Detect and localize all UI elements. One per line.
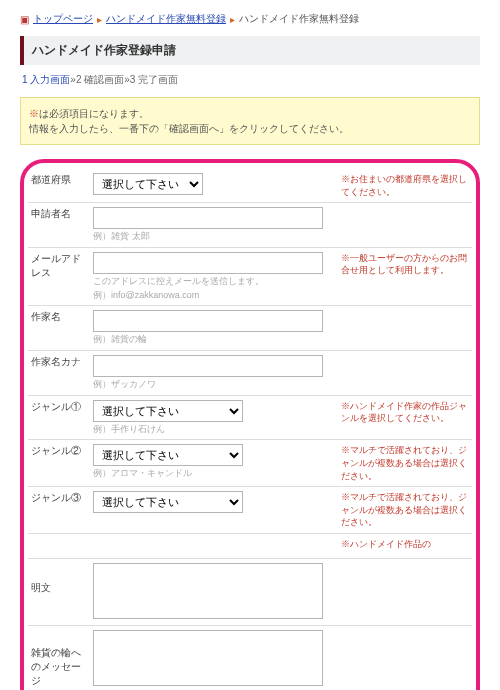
breadcrumb-home-link[interactable]: トップページ [33,12,93,26]
side-works: ※ハンドメイド作品の [338,533,472,558]
label-genre2: ジャンル② [28,440,90,487]
hint-mail2: 例）info@zakkanowa.com [93,290,335,302]
hint-kana: 例）ザッカノワ [93,379,335,391]
label-pref: 都道府県 [28,169,90,203]
name-input[interactable] [93,207,323,229]
hint-artist: 例）雑貨の輪 [93,334,335,346]
breadcrumb: ▣ トップページ ▸ ハンドメイド作家無料登録 ▸ ハンドメイド作家無料登録 [20,12,480,26]
label-artist: 作家名 [28,306,90,351]
genre2-select[interactable]: 選択して下さい [93,444,243,466]
step-3: 3 完了画面 [130,74,178,85]
genre1-select[interactable]: 選択して下さい [93,400,243,422]
label-intro: 明文 [28,558,90,625]
chevron-right-icon: ▸ [97,14,102,25]
hint-genre1: 例）手作り石けん [93,424,335,436]
side-pref: ※お住まいの都道府県を選択してください。 [338,169,472,203]
step-2: 2 確認画面 [76,74,124,85]
form-highlight: 都道府県 選択して下さい ※お住まいの都道府県を選択してください。 申請者名 例… [20,159,480,690]
side-mail: ※一般ユーザーの方からのお問合せ用として利用します。 [338,247,472,305]
step-1: 1 入力画面 [22,74,70,85]
side-genre3: ※マルチで活躍されており、ジャンルが複数ある場合は選択ください。 [338,487,472,534]
chevron-right-icon: ▸ [230,14,235,25]
label-name: 申請者名 [28,203,90,248]
kana-input[interactable] [93,355,323,377]
notice-box: ※は必須項目になります。 情報を入力したら、一番下の「確認画面へ」をクリックして… [20,97,480,145]
breadcrumb-mid-link[interactable]: ハンドメイド作家無料登録 [106,12,226,26]
label-mail: メールアドレス [28,247,90,305]
home-icon: ▣ [20,14,29,25]
hint-mail1: このアドレスに控えメールを送信します。 [93,276,335,288]
side-genre1: ※ハンドメイド作家の作品ジャンルを選択してください。 [338,395,472,440]
hint-genre2: 例）アロマ・キャンドル [93,468,335,480]
page-title: ハンドメイド作家登録申請 [20,36,480,65]
intro-textarea[interactable] [93,563,323,619]
breadcrumb-current: ハンドメイド作家無料登録 [239,12,359,26]
label-genre3: ジャンル③ [28,487,90,534]
side-genre2: ※マルチで活躍されており、ジャンルが複数ある場合は選択ください。 [338,440,472,487]
label-kana: 作家名カナ [28,350,90,395]
hint-name: 例）雑貨 太郎 [93,231,335,243]
mail-input[interactable] [93,252,323,274]
msg-textarea[interactable] [93,630,323,686]
artist-input[interactable] [93,310,323,332]
genre3-select[interactable]: 選択して下さい [93,491,243,513]
step-indicator: 1 入力画面»2 確認画面»3 完了画面 [22,73,480,87]
pref-select[interactable]: 選択して下さい [93,173,203,195]
label-msg: 雑貨の輪へのメッセージ [28,625,90,690]
label-genre1: ジャンル① [28,395,90,440]
